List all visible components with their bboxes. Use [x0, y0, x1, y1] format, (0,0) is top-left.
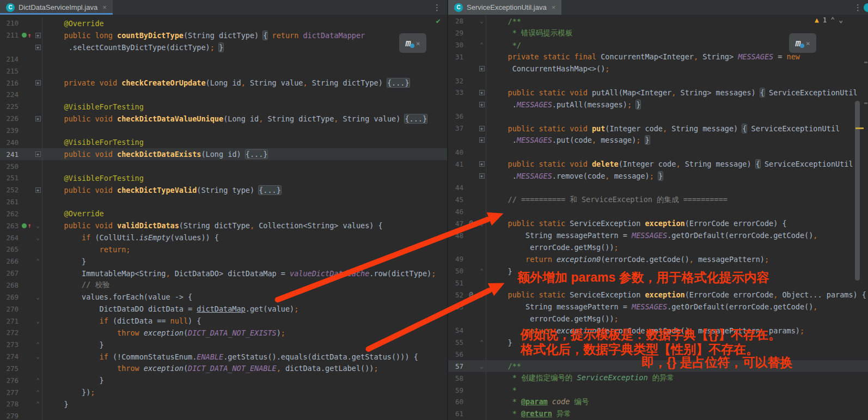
fold-toggle-icon[interactable]: ⌄ — [34, 232, 42, 244]
line-number[interactable]: 278 — [0, 400, 20, 408]
code-line[interactable]: 211↑+ public long countByDictType(String… — [0, 29, 447, 41]
code-line[interactable]: + .MESSAGES.remove(code, message); } — [448, 170, 868, 182]
code-line[interactable]: 59 * — [448, 384, 868, 396]
line-number[interactable]: 36 — [448, 112, 464, 120]
code-text[interactable]: if (CollUtil.isEmpty(values)) { — [42, 233, 219, 242]
fold-toggle-icon[interactable]: + — [478, 158, 486, 170]
code-text[interactable]: if (!CommonStatusEnum.ENABLE.getStatus()… — [42, 352, 418, 361]
overriding-method-icon[interactable]: ↑ — [20, 32, 34, 39]
code-line[interactable]: 276⌃ } — [0, 374, 447, 386]
line-number[interactable]: 279 — [0, 412, 20, 420]
code-line[interactable]: 277⌃ }); — [0, 386, 447, 398]
fold-toggle-icon[interactable]: + — [478, 123, 486, 135]
line-number[interactable]: 274 — [0, 352, 20, 361]
code-line[interactable]: 48 String messagePattern = MESSAGES.getO… — [448, 229, 868, 241]
code-line[interactable]: 251 @VisibleForTesting — [0, 172, 447, 184]
ai-inline-widget[interactable]: m × — [399, 33, 426, 53]
code-line[interactable]: 267 ImmutableMap<String, DictDataDO> dic… — [0, 267, 447, 279]
code-text[interactable]: @VisibleForTesting — [42, 102, 144, 111]
code-text[interactable]: }); — [42, 388, 95, 397]
fold-toggle-icon[interactable]: ⌄ — [34, 291, 42, 303]
code-line[interactable]: 262 @Override — [0, 208, 447, 220]
code-text[interactable]: @Override — [42, 19, 104, 28]
inspection-widget[interactable]: ▲ 1 ⌃ ⌄ — [815, 16, 843, 24]
code-line[interactable]: 261 — [0, 196, 447, 208]
code-text[interactable]: * 错误码提示模板 — [486, 28, 572, 38]
code-line[interactable]: 275 throw exception(DICT_DATA_NOT_ENABLE… — [0, 362, 447, 374]
code-text[interactable]: /** — [486, 17, 521, 26]
code-text[interactable]: } — [42, 376, 104, 385]
code-text[interactable]: errorCode.getMsg()); — [486, 243, 619, 252]
line-number[interactable]: 275 — [0, 364, 20, 373]
next-problem-icon[interactable]: ⌄ — [839, 16, 843, 24]
code-line[interactable]: 46 — [448, 206, 868, 218]
ai-widget-close-icon[interactable]: × — [416, 39, 420, 47]
line-number[interactable]: 46 — [448, 208, 464, 216]
line-number[interactable]: 250 — [0, 162, 20, 171]
code-text[interactable]: .MESSAGES.putAll(messages); } — [486, 100, 640, 109]
ai-widget-close-icon[interactable]: × — [806, 39, 810, 47]
line-number[interactable]: 267 — [0, 269, 20, 277]
line-number[interactable]: 51 — [448, 279, 464, 287]
code-line[interactable]: 270 DictDataDO dictData = dictDataMap.ge… — [0, 303, 447, 315]
code-text[interactable]: ConcurrentHashMap<>(); — [486, 64, 609, 73]
line-number[interactable]: 261 — [0, 198, 20, 206]
line-number[interactable]: 49 — [448, 255, 464, 263]
code-text[interactable]: throw exception(DICT_DATA_NOT_ENABLE, di… — [42, 364, 378, 373]
line-number[interactable]: 272 — [0, 328, 20, 337]
line-number[interactable]: 29 — [448, 29, 464, 37]
code-line[interactable]: 272 throw exception(DICT_DATA_NOT_EXISTS… — [0, 327, 447, 339]
fold-toggle-icon[interactable]: + — [478, 99, 486, 111]
line-number[interactable]: 28 — [448, 17, 464, 25]
code-line[interactable]: 32 — [448, 75, 868, 87]
fold-toggle-icon[interactable]: + — [34, 77, 42, 89]
code-text[interactable]: public void checkDictDataExists(Long id)… — [42, 150, 267, 159]
code-text[interactable]: public void checkDictTypeValid(String ty… — [42, 186, 281, 194]
line-number[interactable]: 263 — [0, 222, 20, 230]
code-text[interactable]: } — [42, 340, 104, 349]
fold-toggle-icon[interactable]: + — [34, 184, 42, 196]
fold-toggle-icon[interactable]: ⌃ — [478, 39, 486, 51]
code-text[interactable]: errorCode.getMsg()); — [486, 314, 619, 323]
code-line[interactable]: 36 — [448, 111, 868, 123]
line-number[interactable]: 268 — [0, 281, 20, 289]
code-line[interactable]: 45 // ========== 和 ServiceException 的集成 … — [448, 194, 868, 206]
line-number[interactable]: 225 — [0, 102, 20, 111]
code-text[interactable]: if (dictData == null) { — [42, 316, 201, 325]
code-text[interactable]: return exception0(errorCode.getCode(), m… — [486, 255, 769, 264]
fold-toggle-icon[interactable]: ⌃ — [34, 386, 42, 398]
line-number[interactable]: 61 — [448, 410, 464, 418]
code-line[interactable]: 274⌄ if (!CommonStatusEnum.ENABLE.getSta… — [0, 351, 447, 363]
line-number[interactable]: 30 — [448, 41, 464, 49]
line-number[interactable]: 216 — [0, 79, 20, 87]
code-line[interactable]: 271⌄ if (dictData == null) { — [0, 315, 447, 327]
fold-toggle-icon[interactable]: ⌄ — [34, 351, 42, 363]
fold-toggle-icon[interactable]: ⌃ — [34, 339, 42, 351]
code-line[interactable]: + .MESSAGES.putAll(messages); } — [448, 99, 868, 111]
line-number[interactable]: 41 — [448, 160, 464, 168]
line-number[interactable]: 241 — [0, 150, 20, 159]
code-line[interactable]: errorCode.getMsg()); — [448, 241, 868, 253]
code-line[interactable]: 240 @VisibleForTesting — [0, 136, 447, 148]
line-number[interactable]: 58 — [448, 374, 464, 382]
code-text[interactable]: public static ServiceException exception… — [486, 290, 866, 299]
code-line[interactable]: 226+ public void checkDictDataValueUniqu… — [0, 113, 447, 125]
ai-inline-widget[interactable]: m × — [789, 33, 816, 53]
line-number[interactable]: 269 — [0, 293, 20, 301]
line-number[interactable]: 270 — [0, 305, 20, 313]
code-line[interactable]: 264⌄ if (CollUtil.isEmpty(values)) { — [0, 232, 447, 244]
code-line[interactable]: 239 — [0, 125, 447, 137]
code-line[interactable]: 44 — [448, 182, 868, 194]
code-text[interactable]: .MESSAGES.put(code, message); } — [486, 136, 650, 144]
code-line[interactable]: 41+ public static void delete(Integer co… — [448, 158, 868, 170]
fold-toggle-icon[interactable]: + — [34, 148, 42, 160]
code-text[interactable]: * @param code 编号 — [486, 397, 589, 407]
fold-toggle-icon[interactable]: ⌃ — [478, 337, 486, 349]
tab-dictdataserviceimpl[interactable]: C DictDataServiceImpl.java × — [0, 0, 113, 15]
fold-toggle-icon[interactable]: + — [478, 170, 486, 182]
code-line[interactable]: + .MESSAGES.put(code, message); } — [448, 134, 868, 146]
line-number[interactable]: 239 — [0, 126, 20, 135]
code-text[interactable]: * @return 异常 — [486, 409, 571, 419]
code-line[interactable]: 278⌃ } — [0, 398, 447, 410]
fold-toggle-icon[interactable]: ⌄ — [34, 220, 42, 232]
